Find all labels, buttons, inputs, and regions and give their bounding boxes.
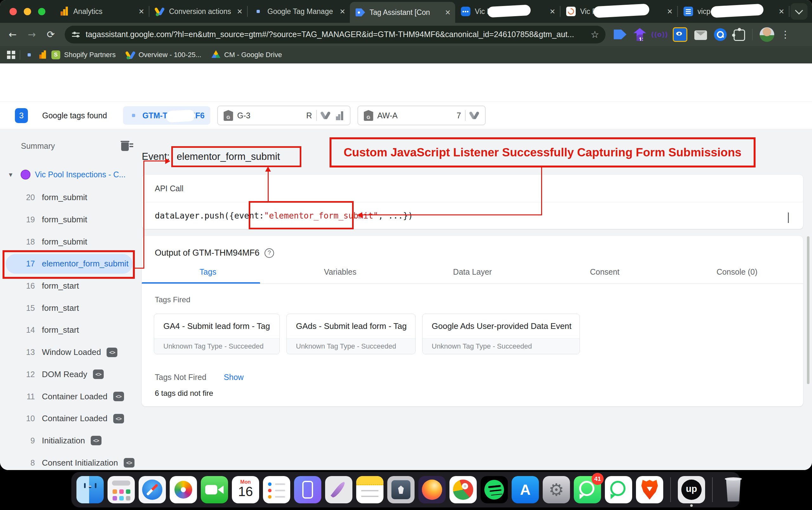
- dock-finder-icon[interactable]: [77, 476, 104, 503]
- mail-extension-icon[interactable]: [694, 30, 707, 40]
- api-call-title: API Call: [142, 175, 803, 202]
- bookmark-star-icon[interactable]: ☆: [590, 29, 599, 40]
- dock-calendar-icon[interactable]: Mon 16: [232, 476, 259, 503]
- zoom-window-button[interactable]: [38, 8, 46, 15]
- tags-fired-label: Tags Fired: [155, 295, 803, 304]
- google-tag-extension-icon[interactable]: [614, 28, 627, 41]
- dock-app-store-icon[interactable]: A: [512, 476, 539, 503]
- dock-trash-icon[interactable]: [720, 476, 747, 503]
- dock-settings-icon[interactable]: ⚙: [543, 476, 570, 503]
- caret-down-icon[interactable]: ▾: [9, 171, 12, 179]
- bookmark-overview[interactable]: Overview - 100-25...: [126, 51, 201, 59]
- aw-tag-chip[interactable]: G AW-A 7: [357, 106, 486, 125]
- dock-safari-icon[interactable]: [139, 476, 166, 503]
- event-row[interactable]: 19form_submit: [0, 209, 140, 231]
- tab-console[interactable]: Console (0): [671, 267, 803, 283]
- show-link[interactable]: Show: [224, 373, 244, 382]
- close-window-button[interactable]: [9, 8, 17, 15]
- screen-capture-extension-icon[interactable]: [673, 27, 687, 42]
- tab-bar: Analytics ✕ Conversion actions ✕ Google …: [0, 0, 812, 23]
- profile-avatar[interactable]: [760, 27, 774, 42]
- event-row[interactable]: 18form_submit: [0, 231, 140, 253]
- tab-conversion-actions[interactable]: Conversion actions ✕: [149, 0, 247, 23]
- close-tab-icon[interactable]: ✕: [139, 8, 144, 16]
- bookmark-shopify-partners[interactable]: S Shopify Partners: [51, 51, 116, 59]
- tab-vicpo-doc[interactable]: vicpo ✕: [678, 0, 789, 23]
- sidebar-summary-row[interactable]: Summary: [21, 140, 132, 152]
- tab-search-button[interactable]: [790, 3, 808, 20]
- annotation-arrow: [265, 167, 271, 172]
- address-bar[interactable]: tagassistant.google.com/?hl=en&utm_sourc…: [65, 26, 606, 43]
- dock-spotify-icon[interactable]: [481, 476, 508, 503]
- dock-brave-icon[interactable]: [636, 476, 663, 503]
- expand-chevron-icon[interactable]: [788, 212, 789, 222]
- search-extension-icon[interactable]: [714, 28, 727, 41]
- event-row[interactable]: 8Consent Initialization<>: [0, 452, 140, 470]
- dock-firefox-icon[interactable]: [418, 476, 446, 503]
- event-row[interactable]: 12DOM Ready<>: [0, 363, 140, 386]
- event-row[interactable]: 14form_start: [0, 319, 140, 341]
- analytics-bookmark-icon[interactable]: [38, 51, 47, 59]
- event-row[interactable]: 20form_submit: [0, 186, 140, 209]
- sidebar-container-row[interactable]: ▾ Vic Pool Inspections - C...: [0, 164, 125, 185]
- tab-vic-pool-2[interactable]: Vic Po ✕: [560, 0, 677, 23]
- dock-launchpad-icon[interactable]: [108, 476, 135, 503]
- tab-data-layer[interactable]: Data Layer: [406, 267, 539, 283]
- tab-variables[interactable]: Variables: [274, 267, 406, 283]
- dock-chrome-icon[interactable]: [450, 476, 477, 503]
- gtm-bookmark-icon[interactable]: [25, 51, 34, 59]
- dock-whatsapp-icon[interactable]: 41: [574, 476, 601, 503]
- dock-quill-app-icon[interactable]: [325, 476, 352, 503]
- redaction-smudge: [710, 4, 764, 18]
- tag-assistant-connected-icon: [461, 7, 470, 16]
- dock-facetime-icon[interactable]: [201, 476, 228, 503]
- help-icon[interactable]: ?: [264, 248, 274, 258]
- back-button[interactable]: ←: [3, 29, 22, 40]
- event-row[interactable]: 10Container Loaded<>: [0, 408, 140, 430]
- dock-reminders-icon[interactable]: [263, 476, 290, 503]
- fired-tag-card[interactable]: GA4 - Submit lead form - Tag Unknown Tag…: [154, 314, 280, 354]
- dock-whatsapp-alt-icon[interactable]: [605, 476, 632, 503]
- event-row[interactable]: 11Container Loaded<>: [0, 385, 140, 408]
- ga4-tag-chip[interactable]: G G-3 R: [217, 106, 350, 125]
- event-row[interactable]: 15form_start: [0, 297, 140, 319]
- tab-analytics[interactable]: Analytics ✕: [54, 0, 149, 23]
- extensions-puzzle-icon[interactable]: [734, 30, 745, 41]
- dock-photos-icon[interactable]: [170, 476, 197, 503]
- close-tab-icon[interactable]: ✕: [445, 8, 451, 17]
- scrollbar-thumb[interactable]: [807, 236, 809, 384]
- site-settings-icon[interactable]: [71, 30, 81, 39]
- minimize-window-button[interactable]: [24, 8, 31, 15]
- bookmark-cm-drive[interactable]: CM - Google Drive: [211, 51, 282, 59]
- dock-upwork-icon[interactable]: up: [678, 476, 705, 503]
- dock-iphone-mirroring-icon[interactable]: [294, 476, 321, 503]
- dock-notes-icon[interactable]: [356, 476, 383, 503]
- close-tab-icon[interactable]: ✕: [779, 8, 784, 16]
- close-tab-icon[interactable]: ✕: [550, 8, 555, 16]
- fired-tag-card[interactable]: Google Ads User-provided Data Event Unkn…: [422, 314, 580, 354]
- clear-log-trash-icon[interactable]: [121, 140, 132, 152]
- close-tab-icon[interactable]: ✕: [237, 8, 243, 16]
- reload-button[interactable]: ⟳: [41, 29, 60, 40]
- tab-tags[interactable]: Tags: [142, 267, 274, 283]
- annotation-line: [143, 160, 166, 161]
- output-tabs: Tags Variables Data Layer Consent Consol…: [142, 267, 803, 284]
- tab-vic-pool-1[interactable]: Vic Po ✕: [455, 0, 560, 23]
- apps-grid-icon[interactable]: [7, 51, 15, 59]
- tab-consent[interactable]: Consent: [539, 267, 671, 283]
- close-tab-icon[interactable]: ✕: [340, 8, 345, 16]
- tab-tag-assistant[interactable]: Tag Assistant [Con ✕: [350, 2, 455, 23]
- gtm-container-chip[interactable]: GTM-THM94MF6: [123, 106, 210, 125]
- browser-menu-button[interactable]: ⋮: [781, 29, 790, 40]
- forward-button[interactable]: →: [22, 29, 41, 40]
- dock-utility-app-icon[interactable]: [387, 476, 414, 503]
- fired-tag-card[interactable]: GAds - Submit lead form - Tag Unknown Ta…: [286, 314, 415, 354]
- api-call-code-row[interactable]: dataLayer.push({event: "elementor_form_s…: [142, 202, 803, 229]
- event-row[interactable]: 13Window Loaded<>: [0, 341, 140, 363]
- gtm-helper-extension-icon[interactable]: 12: [633, 28, 646, 41]
- redaction-smudge: [487, 4, 531, 18]
- tab-google-tag-manager[interactable]: Google Tag Manage ✕: [248, 0, 350, 23]
- signal-extension-icon[interactable]: ((o)): [653, 28, 666, 41]
- close-tab-icon[interactable]: ✕: [667, 8, 673, 16]
- event-row[interactable]: 9Initialization<>: [0, 430, 140, 452]
